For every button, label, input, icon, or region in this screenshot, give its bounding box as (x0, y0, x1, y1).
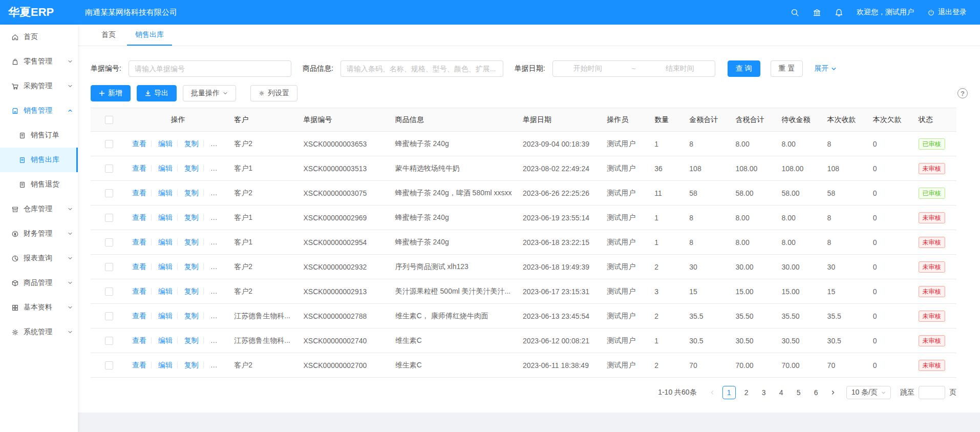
jump-input[interactable] (919, 386, 945, 399)
product-info-input[interactable] (340, 60, 503, 77)
select-all-checkbox[interactable] (105, 116, 113, 124)
copy-link[interactable]: 复制 (184, 139, 199, 148)
delete-link[interactable]: 删除 (210, 189, 225, 197)
app-logo[interactable]: 华夏ERP (0, 5, 78, 20)
copy-link[interactable]: 复制 (184, 361, 199, 369)
sidebar-item-basic[interactable]: 基本资料 (0, 295, 78, 320)
sidebar-item-purchase[interactable]: 采购管理 (0, 74, 78, 98)
view-link[interactable]: 查看 (132, 213, 146, 221)
row-checkbox[interactable] (105, 214, 113, 222)
copy-link[interactable]: 复制 (184, 336, 199, 344)
date-cell: 2023-06-18 19:49:39 (518, 255, 602, 279)
edit-link[interactable]: 编辑 (158, 189, 173, 197)
row-checkbox[interactable] (105, 312, 113, 320)
edit-link[interactable]: 编辑 (158, 336, 173, 344)
page-button[interactable]: 5 (792, 386, 805, 399)
sidebar-item-home[interactable]: 首页 (0, 25, 78, 49)
search-button[interactable]: 查 询 (728, 60, 760, 77)
copy-link[interactable]: 复制 (184, 238, 199, 246)
page-size-select[interactable]: 10 条/页 (846, 386, 891, 399)
bank-icon[interactable] (813, 8, 821, 17)
page-button[interactable]: 1 (722, 386, 736, 399)
page-button[interactable]: 3 (757, 386, 771, 399)
view-link[interactable]: 查看 (132, 164, 146, 172)
logout-button[interactable]: 退出登录 (927, 8, 967, 17)
batch-operations-button[interactable]: 批量操作 (183, 85, 236, 101)
edit-link[interactable]: 编辑 (158, 238, 173, 246)
doc-no-cell: XSCK00000002788 (298, 304, 390, 328)
view-link[interactable]: 查看 (132, 238, 146, 246)
date-range-input[interactable]: 开始时间 ~ 结束时间 (552, 60, 715, 77)
page-button[interactable]: 6 (809, 386, 823, 399)
search-icon[interactable] (791, 8, 799, 17)
view-link[interactable]: 查看 (132, 287, 146, 295)
row-checkbox[interactable] (105, 263, 113, 271)
delete-link[interactable]: 删除 (210, 164, 225, 172)
sidebar-item-sales-return[interactable]: 销售退货 (0, 172, 78, 197)
next-page-button[interactable] (827, 386, 839, 399)
tab-sales-outbound[interactable]: 销售出库 (127, 25, 172, 46)
view-link[interactable]: 查看 (132, 139, 146, 148)
bell-icon[interactable] (835, 8, 843, 17)
reset-button[interactable]: 重 置 (771, 60, 803, 77)
add-button[interactable]: 新增 (91, 85, 131, 101)
delete-link[interactable]: 删除 (210, 312, 225, 320)
sidebar-item-warehouse[interactable]: 仓库管理 (0, 197, 78, 221)
row-checkbox[interactable] (105, 337, 113, 345)
sidebar-item-retail[interactable]: 零售管理 (0, 49, 78, 74)
copy-link[interactable]: 复制 (184, 213, 199, 221)
edit-link[interactable]: 编辑 (158, 262, 173, 271)
sidebar-item-sales[interactable]: 销售管理 (0, 98, 78, 123)
delete-link[interactable]: 删除 (210, 336, 225, 344)
delete-link[interactable]: 删除 (210, 139, 225, 148)
delete-link[interactable]: 删除 (210, 238, 225, 246)
delete-link[interactable]: 删除 (210, 361, 225, 369)
edit-link[interactable]: 编辑 (158, 213, 173, 221)
edit-link[interactable]: 编辑 (158, 361, 173, 369)
row-checkbox[interactable] (105, 164, 113, 173)
view-link[interactable]: 查看 (132, 336, 146, 344)
view-link[interactable]: 查看 (132, 189, 146, 197)
sidebar-item-report[interactable]: 报表查询 (0, 246, 78, 271)
view-link[interactable]: 查看 (132, 361, 146, 369)
sidebar-item-system[interactable]: 系统管理 (0, 320, 78, 344)
row-checkbox[interactable] (105, 361, 113, 369)
delete-link[interactable]: 删除 (210, 287, 225, 295)
export-button[interactable]: 导出 (137, 85, 177, 101)
expand-link[interactable]: 展开 (814, 64, 837, 73)
sidebar-item-sales-outbound[interactable]: 销售出库 (0, 148, 78, 172)
edit-link[interactable]: 编辑 (158, 287, 173, 295)
copy-link[interactable]: 复制 (184, 312, 199, 320)
date-cell: 2023-06-19 23:55:14 (518, 205, 602, 230)
page-button[interactable]: 2 (740, 386, 753, 399)
column-settings-button[interactable]: 列设置 (250, 85, 297, 101)
delete-link[interactable]: 删除 (210, 262, 225, 271)
copy-link[interactable]: 复制 (184, 287, 199, 295)
sidebar-item-goods[interactable]: 商品管理 (0, 271, 78, 295)
edit-link[interactable]: 编辑 (158, 164, 173, 172)
edit-link[interactable]: 编辑 (158, 139, 173, 148)
help-icon[interactable] (957, 88, 968, 98)
row-checkbox[interactable] (105, 140, 113, 148)
row-checkbox[interactable] (105, 287, 113, 296)
doc-no-cell: XSCK00000003513 (298, 156, 390, 181)
doc-no-input[interactable] (129, 60, 291, 77)
copy-link[interactable]: 复制 (184, 262, 199, 271)
row-checkbox[interactable] (105, 189, 113, 197)
status-badge: 已审核 (919, 188, 945, 199)
copy-link[interactable]: 复制 (184, 164, 199, 172)
copy-link[interactable]: 复制 (184, 189, 199, 197)
page-button[interactable]: 4 (775, 386, 788, 399)
row-actions-cell: 查看 编辑 复制 删除 (127, 353, 229, 378)
tax-total-cell: 8.00 (730, 230, 776, 255)
delete-link[interactable]: 删除 (210, 213, 225, 221)
view-link[interactable]: 查看 (132, 262, 146, 271)
edit-link[interactable]: 编辑 (158, 312, 173, 320)
page-content: 单据编号: 商品信息: 单据日期: 开始时间 ~ 结束时间 查 询 重 置 (78, 46, 980, 413)
row-checkbox[interactable] (105, 238, 113, 246)
view-link[interactable]: 查看 (132, 312, 146, 320)
tab-home[interactable]: 首页 (93, 25, 124, 46)
sidebar-item-sales-order[interactable]: 销售订单 (0, 123, 78, 148)
sidebar-item-finance[interactable]: 财务管理 (0, 221, 78, 246)
prev-page-button[interactable] (706, 386, 718, 399)
